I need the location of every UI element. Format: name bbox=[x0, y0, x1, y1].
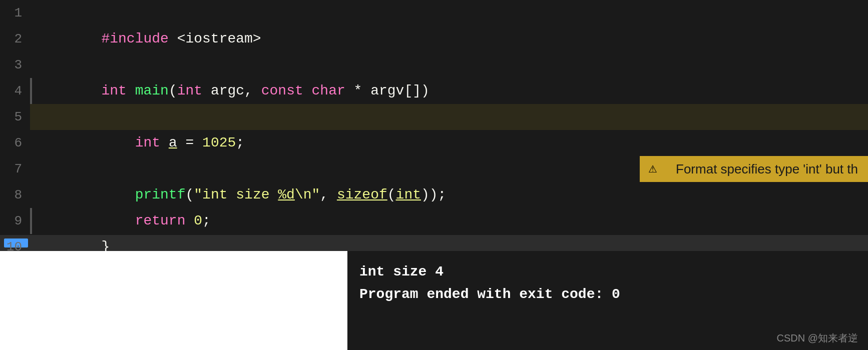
code-line-1: #include <iostream> bbox=[30, 0, 868, 26]
line-num-3: 3 bbox=[0, 52, 30, 78]
line-num-9: 9 bbox=[0, 208, 30, 234]
code-line-6 bbox=[30, 130, 868, 156]
line-num-5: 5 bbox=[0, 104, 30, 130]
terminal-output: int size 4 Program ended with exit code:… bbox=[359, 261, 856, 306]
code-line-5: int a = 1025; bbox=[30, 104, 868, 130]
code-line-3: int main(int argc, const char * argv[]) bbox=[30, 52, 868, 78]
warning-message: Format specifies type 'int' but th bbox=[666, 156, 868, 182]
terminal-area: int size 4 Program ended with exit code:… bbox=[0, 251, 868, 350]
warning-tooltip: ⚠ Format specifies type 'int' but th bbox=[640, 156, 868, 182]
line-num-6: 6 bbox=[0, 130, 30, 156]
line-num-8: 8 bbox=[0, 182, 30, 208]
terminal-line-2: Program ended with exit code: 0 bbox=[359, 284, 856, 306]
code-line-4: { bbox=[30, 78, 868, 104]
code-line-9: } bbox=[30, 208, 868, 234]
code-lines: #include <iostream> int main(int argc, c… bbox=[30, 0, 868, 235]
code-line-2 bbox=[30, 26, 868, 52]
warning-icon: ⚠ bbox=[640, 156, 666, 182]
line-num-4: 4 bbox=[0, 78, 30, 104]
code-line-7: printf("int size %d\n", sizeof(int)); ⚠ … bbox=[30, 156, 868, 182]
code-line-8: return 0; bbox=[30, 182, 868, 208]
line-num-7: 7 bbox=[0, 156, 30, 182]
watermark: CSDN @知来者逆 bbox=[776, 332, 858, 345]
editor-area: 1 2 3 4 5 6 7 8 9 10 #include <iostream>… bbox=[0, 0, 868, 235]
line-num-2: 2 bbox=[0, 26, 30, 52]
warning-triangle-icon: ⚠ bbox=[649, 156, 657, 182]
line-num-1: 1 bbox=[0, 0, 30, 26]
line-numbers: 1 2 3 4 5 6 7 8 9 10 bbox=[0, 0, 30, 235]
terminal-left-panel bbox=[0, 251, 347, 350]
terminal-line-1: int size 4 bbox=[359, 261, 856, 284]
